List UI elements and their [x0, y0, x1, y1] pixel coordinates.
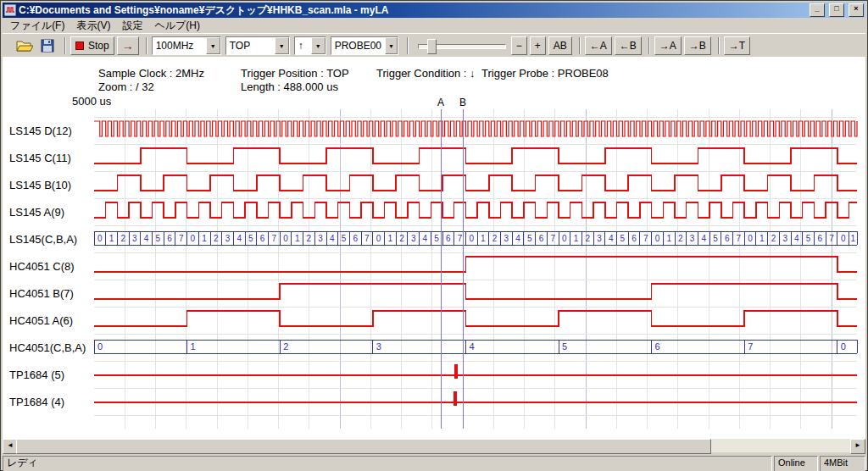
channel-label: LS145 B(10): [9, 179, 71, 191]
waveform-square: [94, 175, 857, 191]
bus-value: 0: [748, 234, 753, 243]
dropdown-arrow-icon[interactable]: ▼: [206, 37, 220, 54]
save-file-icon[interactable]: [37, 36, 58, 55]
waveform-square: [94, 148, 857, 163]
bus-value: 3: [411, 234, 416, 243]
menu-help[interactable]: ヘルプ(H): [148, 18, 206, 34]
ab-range-button[interactable]: AB: [548, 36, 572, 55]
goto-trigger-button[interactable]: →T: [724, 36, 750, 55]
bus-value: 6: [353, 234, 358, 243]
waveform-square: [94, 311, 857, 326]
pulse-mark: [454, 364, 458, 379]
waveform-square: [94, 257, 857, 272]
maximize-button[interactable]: □: [829, 3, 844, 17]
close-button[interactable]: ×: [849, 3, 864, 17]
bus-value: 7: [737, 234, 742, 243]
bus-value: 0: [97, 234, 103, 243]
menu-view[interactable]: 表示(V): [70, 18, 116, 34]
bus-value: 5: [342, 234, 347, 243]
bus-value: 4: [609, 234, 614, 243]
goto-cursor-b-left-button[interactable]: ←B: [615, 36, 642, 55]
horizontal-scrollbar[interactable]: ◄ ►: [3, 439, 865, 452]
zoom-slider[interactable]: [418, 36, 506, 55]
bus-value: 7: [748, 341, 753, 352]
bus-value: 4: [794, 234, 799, 243]
bus-value: 2: [771, 234, 776, 243]
bus-value: 0: [841, 234, 846, 243]
bus-value: 5: [434, 234, 439, 243]
bus-value: 2: [492, 234, 498, 243]
channel-label: HC4051 B(7): [9, 287, 74, 300]
bus-value: 4: [330, 234, 335, 243]
bus-value: 0: [191, 234, 196, 243]
stop-button[interactable]: Stop: [70, 36, 114, 55]
bus-value: 1: [191, 341, 196, 352]
bus-value: 6: [632, 234, 637, 243]
bus-value: 5: [713, 234, 718, 243]
trigger-position-value: TOP: [226, 40, 275, 52]
bus-value: 4: [144, 234, 149, 243]
goto-cursor-b-right-button[interactable]: →B: [684, 36, 711, 55]
clock-select-value: 100MHz: [153, 40, 206, 52]
toolbar-separator: [718, 37, 720, 54]
scrollbar-thumb[interactable]: [16, 439, 711, 454]
bus-value: 5: [562, 341, 567, 352]
bus-value: 7: [829, 234, 834, 243]
titlebar[interactable]: C:¥Documents and Settings¥noname¥デスクトップ¥…: [3, 3, 865, 18]
waveform-display[interactable]: LS145 D(12)LS145 C(11)LS145 B(10)LS145 A…: [3, 57, 865, 439]
bus-value: 3: [782, 234, 787, 243]
bus-value: 1: [481, 234, 486, 243]
bus-value: 2: [678, 234, 683, 243]
bus-value: 3: [690, 234, 695, 243]
clock-select[interactable]: 100MHz ▼: [152, 36, 221, 55]
trigger-position-select[interactable]: TOP ▼: [225, 36, 290, 55]
goto-cursor-a-left-button[interactable]: ←A: [585, 36, 612, 55]
bus-value: 4: [702, 234, 707, 243]
window-title: C:¥Documents and Settings¥noname¥デスクトップ¥…: [19, 3, 805, 18]
goto-cursor-a-right-button[interactable]: →A: [654, 36, 682, 55]
open-file-icon[interactable]: [14, 36, 35, 55]
bus-value: 7: [550, 234, 555, 243]
toolbar-separator: [146, 37, 147, 54]
channel-label: LS145 D(12): [9, 125, 72, 137]
bus-value: 7: [179, 234, 184, 243]
bus-value: 4: [423, 234, 428, 243]
bus-value: 7: [364, 234, 370, 243]
zoom-out-button[interactable]: −: [511, 36, 527, 55]
bus-value: 6: [725, 234, 730, 243]
pulse-mark: [453, 391, 457, 406]
dropdown-arrow-icon[interactable]: ▼: [275, 37, 289, 54]
trigger-probe-select[interactable]: PROBE00 ▼: [331, 36, 398, 55]
trigger-edge-select[interactable]: ↑ ▼: [294, 36, 326, 55]
run-button[interactable]: →: [117, 36, 139, 55]
bus-value: 7: [643, 234, 648, 243]
bus-value: 3: [318, 234, 323, 243]
bus-value: 2: [307, 234, 312, 243]
bus-value: 1: [202, 234, 207, 243]
trigger-edge-value: ↑: [295, 40, 311, 52]
minimize-button[interactable]: _: [810, 3, 825, 17]
bus-value: 0: [376, 234, 381, 243]
bus-value: 5: [156, 234, 161, 243]
bus-value: 2: [399, 234, 404, 243]
slider-thumb[interactable]: [427, 39, 437, 54]
menu-settings[interactable]: 設定: [116, 18, 148, 34]
dropdown-arrow-icon[interactable]: ▼: [385, 37, 398, 54]
bus-value: 3: [376, 341, 381, 352]
toolbar: Stop → 100MHz ▼ TOP ▼ ↑ ▼ PROBE00 ▼ − + …: [3, 33, 865, 58]
channel-label: LS145 C(11): [9, 152, 71, 164]
bus-value: 2: [586, 234, 591, 243]
zoom-in-button[interactable]: +: [530, 36, 546, 55]
channel-label: LS145 A(9): [9, 206, 64, 219]
dropdown-arrow-icon[interactable]: ▼: [311, 37, 326, 54]
bus-value: 6: [818, 234, 823, 243]
scroll-right-icon[interactable]: ►: [850, 439, 865, 454]
channel-label: HC4051 C(8): [9, 260, 75, 273]
bus-value: 1: [388, 234, 393, 243]
toolbar-separator: [64, 37, 66, 54]
cursor-label-a: A: [437, 97, 444, 108]
menu-file[interactable]: ファイル(F): [4, 18, 70, 34]
trigger-probe-value: PROBE00: [331, 40, 385, 52]
bus-value: 0: [841, 341, 846, 352]
bus-value: 1: [295, 234, 300, 243]
